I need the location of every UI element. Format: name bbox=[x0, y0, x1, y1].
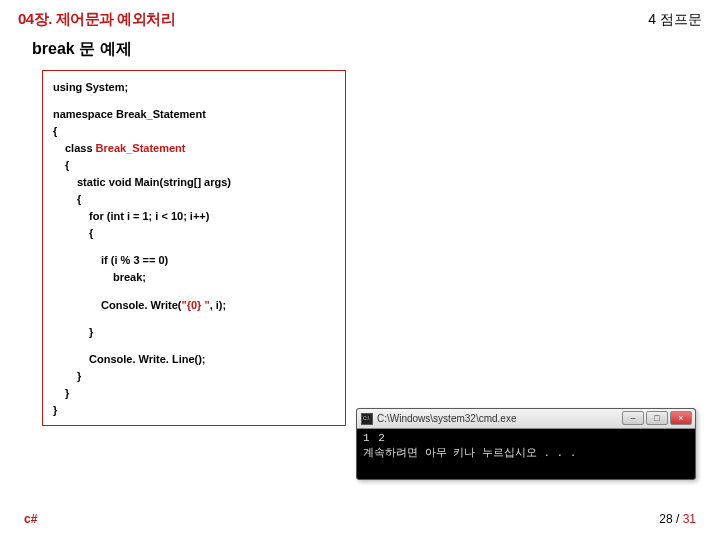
code-line: { bbox=[53, 123, 335, 140]
slide-header: 04장. 제어문과 예외처리 4 점프문 bbox=[18, 10, 702, 29]
console-window: C:\Windows\system32\cmd.exe – □ × 1 2 계속… bbox=[356, 408, 696, 480]
console-output-line: 계속하려면 아무 키나 누르십시오 . . . bbox=[363, 446, 689, 461]
page-number: 28 / 31 bbox=[659, 512, 696, 526]
code-line: } bbox=[53, 368, 335, 385]
close-button[interactable]: × bbox=[670, 411, 692, 425]
maximize-button[interactable]: □ bbox=[646, 411, 668, 425]
code-line: namespace Break_Statement bbox=[53, 106, 335, 123]
code-line: static void Main(string[] args) bbox=[53, 174, 335, 191]
window-buttons: – □ × bbox=[622, 411, 692, 425]
slide-footer: c# 28 / 31 bbox=[24, 512, 696, 526]
console-output-line: 1 2 bbox=[363, 431, 689, 446]
console-title: C:\Windows\system32\cmd.exe bbox=[377, 413, 517, 424]
code-line: } bbox=[53, 385, 335, 402]
code-line: { bbox=[53, 191, 335, 208]
code-line: if (i % 3 == 0) bbox=[53, 252, 335, 269]
code-line: { bbox=[53, 225, 335, 242]
footer-language: c# bbox=[24, 512, 37, 526]
console-app-icon bbox=[361, 413, 373, 425]
code-line: using System; bbox=[53, 79, 335, 96]
code-line: class Break_Statement bbox=[53, 140, 335, 157]
slide-title: break 문 예제 bbox=[32, 39, 702, 60]
code-line: } bbox=[53, 402, 335, 419]
code-line: { bbox=[53, 157, 335, 174]
code-line: for (int i = 1; i < 10; i++) bbox=[53, 208, 335, 225]
console-titlebar: C:\Windows\system32\cmd.exe – □ × bbox=[357, 409, 695, 429]
code-line: Console. Write("{0} ", i); bbox=[53, 297, 335, 314]
code-block: using System; namespace Break_Statement … bbox=[42, 70, 346, 426]
section-title: 4 점프문 bbox=[648, 11, 702, 29]
chapter-title: 04장. 제어문과 예외처리 bbox=[18, 10, 175, 29]
code-line: break; bbox=[53, 269, 335, 286]
code-line: } bbox=[53, 324, 335, 341]
minimize-button[interactable]: – bbox=[622, 411, 644, 425]
console-body: 1 2 계속하려면 아무 키나 누르십시오 . . . bbox=[357, 429, 695, 463]
code-line: Console. Write. Line(); bbox=[53, 351, 335, 368]
